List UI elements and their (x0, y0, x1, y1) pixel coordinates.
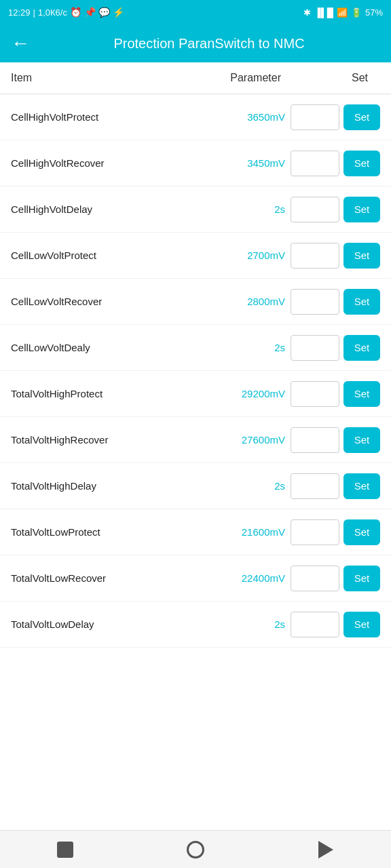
table-row: CellHighVoltDelay 2s Set (0, 186, 391, 233)
table-row: TotalVoltHighRecover 27600mV Set (0, 417, 391, 463)
battery-percent: 57% (365, 7, 383, 18)
header-item: Item (11, 72, 147, 84)
row-param-8: 2s (147, 480, 291, 492)
header-set: Set (339, 72, 380, 84)
row-param-9: 21600mV (147, 526, 291, 538)
row-input-9[interactable] (291, 519, 339, 545)
row-item-8: TotalVoltHighDelay (11, 480, 147, 492)
row-param-4: 2800mV (147, 296, 291, 307)
row-param-6: 29200mV (147, 388, 291, 399)
row-actions-4: Set (291, 289, 380, 315)
pin-icon: 📌 (84, 7, 96, 18)
row-actions-0: Set (291, 104, 380, 130)
row-item-0: CellHighVoltProtect (11, 111, 147, 123)
wifi-icon: 📶 (337, 7, 348, 18)
row-item-11: TotalVoltLowDelay (11, 618, 147, 630)
row-set-btn-1[interactable]: Set (343, 151, 380, 176)
status-right: ✱ ▐▌█ 📶 🔋 57% (303, 7, 383, 18)
row-set-btn-3[interactable]: Set (343, 243, 380, 269)
row-input-10[interactable] (291, 566, 339, 591)
row-input-1[interactable] (291, 151, 339, 176)
row-set-btn-6[interactable]: Set (343, 381, 380, 407)
row-param-2: 2s (147, 203, 291, 215)
row-param-0: 3650mV (147, 111, 291, 123)
status-left: 12:29 | 1,0К6/с ⏰ 📌 💬 ⚡ (8, 7, 124, 18)
row-set-btn-4[interactable]: Set (343, 289, 380, 315)
row-set-btn-10[interactable]: Set (343, 566, 380, 591)
triangle-icon (318, 841, 333, 859)
row-set-btn-8[interactable]: Set (343, 473, 380, 499)
table-row: TotalVoltLowRecover 22400mV Set (0, 555, 391, 601)
back-button[interactable]: ← (11, 34, 30, 53)
signal-icon: ▐▌█ (314, 7, 333, 18)
row-item-1: CellHighVoltRecover (11, 157, 147, 169)
table-row: TotalVoltHighDelay 2s Set (0, 463, 391, 509)
row-input-0[interactable] (291, 104, 339, 130)
row-item-5: CellLowVoltDealy (11, 342, 147, 353)
row-item-2: CellHighVoltDelay (11, 203, 147, 215)
row-actions-6: Set (291, 381, 380, 407)
battery-icon: 🔋 (351, 7, 362, 18)
recents-button[interactable] (182, 836, 209, 863)
row-set-btn-11[interactable]: Set (343, 612, 380, 637)
table-row: CellHighVoltProtect 3650mV Set (0, 94, 391, 140)
status-bar: 12:29 | 1,0К6/с ⏰ 📌 💬 ⚡ ✱ ▐▌█ 📶 🔋 57% (0, 0, 391, 24)
row-set-btn-2[interactable]: Set (343, 197, 380, 222)
row-item-4: CellLowVoltRecover (11, 296, 147, 307)
square-icon (57, 842, 73, 858)
row-actions-10: Set (291, 566, 380, 591)
table-row: CellLowVoltRecover 2800mV Set (0, 279, 391, 325)
page-title: Protection ParanSwitch to NMC (38, 36, 380, 52)
row-input-6[interactable] (291, 381, 339, 407)
top-nav: ← Protection ParanSwitch to NMC (0, 24, 391, 62)
status-extra: | (33, 7, 35, 18)
row-actions-2: Set (291, 197, 380, 222)
row-set-btn-9[interactable]: Set (343, 519, 380, 545)
row-input-2[interactable] (291, 197, 339, 222)
table-row: TotalVoltLowProtect 21600mV Set (0, 509, 391, 555)
row-actions-9: Set (291, 519, 380, 545)
main-content: Item Parameter Set CellHighVoltProtect 3… (0, 62, 391, 699)
row-param-5: 2s (147, 342, 291, 353)
row-item-6: TotalVoltHighProtect (11, 388, 147, 399)
row-param-7: 27600mV (147, 434, 291, 446)
row-input-8[interactable] (291, 473, 339, 499)
circle-icon (187, 841, 204, 859)
row-input-4[interactable] (291, 289, 339, 315)
table-container: Item Parameter Set CellHighVoltProtect 3… (0, 62, 391, 658)
alarm-icon: ⏰ (70, 7, 81, 18)
row-input-11[interactable] (291, 612, 339, 637)
status-time: 12:29 (8, 7, 31, 18)
row-item-7: TotalVoltHighRecover (11, 434, 147, 446)
bluetooth-icon: ✱ (303, 7, 311, 18)
row-item-9: TotalVoltLowProtect (11, 526, 147, 538)
bolt-icon: ⚡ (113, 7, 124, 18)
row-actions-3: Set (291, 243, 380, 269)
status-speed: 1,0К6/с (38, 7, 67, 18)
table-row: CellLowVoltDealy 2s Set (0, 325, 391, 371)
table-body: CellHighVoltProtect 3650mV Set CellHighV… (0, 94, 391, 648)
row-param-3: 2700mV (147, 250, 291, 261)
row-input-7[interactable] (291, 427, 339, 453)
row-set-btn-7[interactable]: Set (343, 427, 380, 453)
row-set-btn-0[interactable]: Set (343, 104, 380, 130)
home-button[interactable] (52, 836, 79, 863)
row-item-3: CellLowVoltProtect (11, 250, 147, 261)
bottom-nav (0, 830, 391, 868)
header-parameter: Parameter (147, 72, 286, 84)
table-header: Item Parameter Set (0, 62, 391, 94)
row-actions-8: Set (291, 473, 380, 499)
table-row: CellLowVoltProtect 2700mV Set (0, 233, 391, 279)
row-set-btn-5[interactable]: Set (343, 335, 380, 361)
table-row: TotalVoltHighProtect 29200mV Set (0, 371, 391, 417)
row-input-5[interactable] (291, 335, 339, 361)
table-row: CellHighVoltRecover 3450mV Set (0, 140, 391, 186)
row-input-3[interactable] (291, 243, 339, 269)
row-actions-1: Set (291, 151, 380, 176)
back-nav-button[interactable] (312, 836, 339, 863)
row-param-1: 3450mV (147, 157, 291, 169)
row-actions-7: Set (291, 427, 380, 453)
row-actions-11: Set (291, 612, 380, 637)
table-row: TotalVoltLowDelay 2s Set (0, 601, 391, 648)
row-param-11: 2s (147, 618, 291, 630)
